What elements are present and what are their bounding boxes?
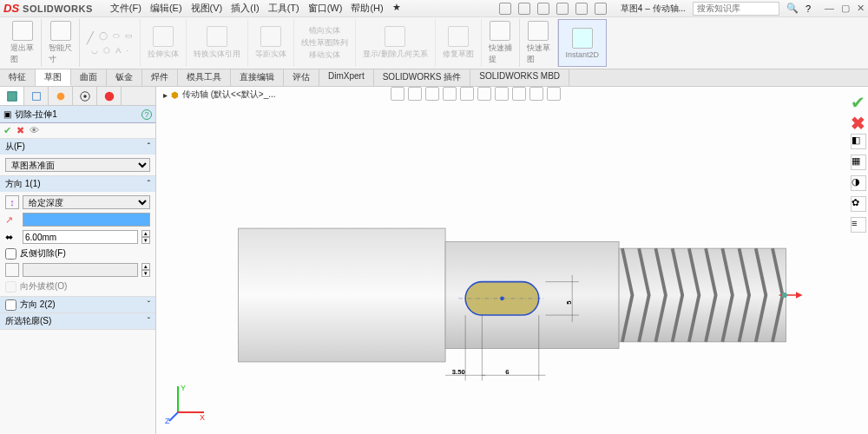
pm-tab-target[interactable] (73, 87, 97, 105)
graphics-viewport[interactable]: ▸ ⬢ 传动轴 (默认<<默认>_... ✔ ✖ ◧ ▦ ◑ ✿ ≡ (156, 87, 868, 434)
ribbon: 退出草图 智能尺寸 ╱◯⬭▭ ◡⬡A· 拉伸实体 转换实体引用 等距实体 镜向实… (0, 17, 868, 69)
dir-arrow-icon[interactable]: ↗ (5, 214, 19, 226)
pm-tab-display[interactable] (49, 87, 73, 105)
depth-up[interactable]: ▴ (141, 230, 150, 237)
tab-mbd[interactable]: SOLIDWORKS MBD (470, 69, 569, 86)
tab-dimxpert[interactable]: DimXpert (319, 69, 374, 86)
pm-depth-input[interactable] (23, 230, 138, 244)
search-box[interactable] (693, 2, 779, 16)
pm-dir1-axis-input[interactable] (23, 213, 150, 227)
menu-window[interactable]: 窗口(W) (308, 2, 343, 15)
draft-up[interactable]: ▴ (141, 263, 150, 270)
prev-view-icon[interactable] (425, 87, 439, 101)
dim-5[interactable]: 5 (565, 300, 573, 305)
pm-dir2-header[interactable]: 方向 2(2)ˇ (0, 297, 155, 312)
save-icon[interactable] (537, 3, 549, 15)
pm-preview-button[interactable]: 👁 (30, 125, 39, 136)
pm-tab-appearance[interactable] (97, 87, 122, 105)
rb-extrude: 拉伸实体 (141, 19, 187, 67)
pm-ok-button[interactable]: ✔ (3, 125, 11, 136)
svg-rect-8 (619, 248, 786, 342)
depth-down[interactable]: ▾ (141, 237, 150, 244)
new-icon[interactable] (499, 3, 511, 15)
pm-dir1-select[interactable]: 给定深度 (23, 195, 150, 209)
tab-features[interactable]: 特征 (0, 69, 36, 86)
confirm-feature-button[interactable]: ✔ (851, 92, 866, 108)
rb-quick-snap[interactable]: 快速捕捉 (482, 19, 520, 67)
section-view-icon[interactable] (443, 87, 457, 101)
dim-3-50[interactable]: 3.50 (452, 368, 465, 376)
minimize-button[interactable]: — (825, 3, 834, 14)
tab-weldments[interactable]: 焊件 (142, 69, 178, 86)
pm-title-bar: ▣ 切除-拉伸1 ? (0, 106, 155, 123)
search-icon[interactable]: 🔍 (786, 3, 799, 14)
pm-from-select[interactable]: 草图基准面 (5, 158, 150, 172)
zoom-fit-icon[interactable] (391, 87, 404, 101)
pm-outdraft-check[interactable]: 向外拔模(O) (5, 280, 150, 293)
rb-quick-sketch[interactable]: 快速草图 (520, 19, 558, 67)
rebuild-icon[interactable] (575, 3, 588, 15)
view-triad[interactable]: Y X Z (165, 382, 208, 425)
svg-point-4 (83, 95, 87, 98)
maximize-button[interactable]: ▢ (841, 3, 850, 14)
draft-down[interactable]: ▾ (141, 270, 150, 277)
command-tabs: 特征 草图 曲面 钣金 焊件 模具工具 直接编辑 评估 DimXpert SOL… (0, 69, 868, 87)
pm-draft-input[interactable] (23, 263, 138, 277)
appearance-icon[interactable] (512, 87, 526, 101)
reverse-dir-icon[interactable]: ↕ (5, 195, 19, 209)
tab-mold[interactable]: 模具工具 (178, 69, 231, 86)
document-title: 草图4 – 传动轴... (621, 3, 686, 15)
help-icon[interactable]: ? (806, 3, 811, 14)
breadcrumb-expand-icon[interactable]: ▸ (163, 90, 168, 100)
pm-profile-header[interactable]: 所选轮廓(S)ˇ (0, 313, 155, 329)
options-icon[interactable] (595, 3, 607, 15)
vs-cube-icon[interactable]: ▦ (851, 155, 866, 170)
pm-dir1-header[interactable]: 方向 1(1)ˆ (0, 176, 155, 192)
display-style-icon[interactable] (477, 87, 491, 101)
close-button[interactable]: ✕ (857, 3, 865, 14)
cancel-feature-button[interactable]: ✖ (851, 113, 866, 128)
pm-cancel-button[interactable]: ✖ (16, 125, 24, 136)
feature-breadcrumb[interactable]: ▸ ⬢ 传动轴 (默认<<默认>_... (163, 89, 276, 101)
rb-smart-dim[interactable]: 智能尺寸 (42, 19, 80, 67)
breadcrumb-text[interactable]: 传动轴 (默认<<默认>_... (182, 89, 276, 101)
depth-icon: ⬌ (5, 232, 19, 243)
scene-icon[interactable] (529, 87, 543, 101)
pm-flip-check[interactable]: 反侧切除(F) (5, 247, 150, 260)
vs-appearance-icon[interactable]: ◑ (851, 175, 866, 191)
svg-text:X: X (200, 413, 205, 422)
part-icon: ⬢ (171, 90, 179, 100)
pm-help-icon[interactable]: ? (141, 109, 152, 120)
tab-evaluate[interactable]: 评估 (284, 69, 319, 86)
view-orient-icon[interactable] (460, 87, 474, 101)
pm-tab-feature[interactable] (0, 87, 24, 105)
rb-exit-sketch[interactable]: 退出草图 (3, 19, 42, 67)
tab-addins[interactable]: SOLIDWORKS 插件 (374, 69, 471, 86)
pm-tab-config[interactable] (24, 87, 49, 105)
tab-sheetmetal[interactable]: 钣金 (107, 69, 142, 86)
menu-file[interactable]: 文件(F) (110, 2, 141, 15)
svg-point-5 (104, 91, 114, 101)
menu-pin-icon[interactable]: ★ (392, 2, 401, 15)
print-icon[interactable] (556, 3, 569, 15)
open-icon[interactable] (518, 3, 530, 15)
tab-sketch[interactable]: 草图 (36, 69, 71, 86)
menu-edit[interactable]: 编辑(E) (150, 2, 182, 15)
pm-dir2-check[interactable] (5, 299, 16, 311)
search-input[interactable] (697, 3, 775, 13)
menu-help[interactable]: 帮助(H) (351, 2, 383, 15)
dim-6[interactable]: 6 (505, 368, 509, 376)
menu-tools[interactable]: 工具(T) (268, 2, 299, 15)
menu-insert[interactable]: 插入(I) (231, 2, 259, 15)
view-settings-icon[interactable] (547, 87, 561, 101)
tab-surface[interactable]: 曲面 (71, 69, 107, 86)
tab-direct-edit[interactable]: 直接编辑 (231, 69, 284, 86)
draft-icon[interactable] (5, 263, 19, 277)
rb-instant2d[interactable]: Instant2D (558, 19, 608, 67)
pm-from-header[interactable]: 从(F)ˆ (0, 139, 155, 155)
svg-point-10 (500, 297, 504, 301)
zoom-area-icon[interactable] (408, 87, 422, 101)
vs-iso-icon[interactable]: ◧ (851, 134, 866, 149)
hide-show-icon[interactable] (495, 87, 509, 101)
menu-view[interactable]: 视图(V) (191, 2, 223, 15)
